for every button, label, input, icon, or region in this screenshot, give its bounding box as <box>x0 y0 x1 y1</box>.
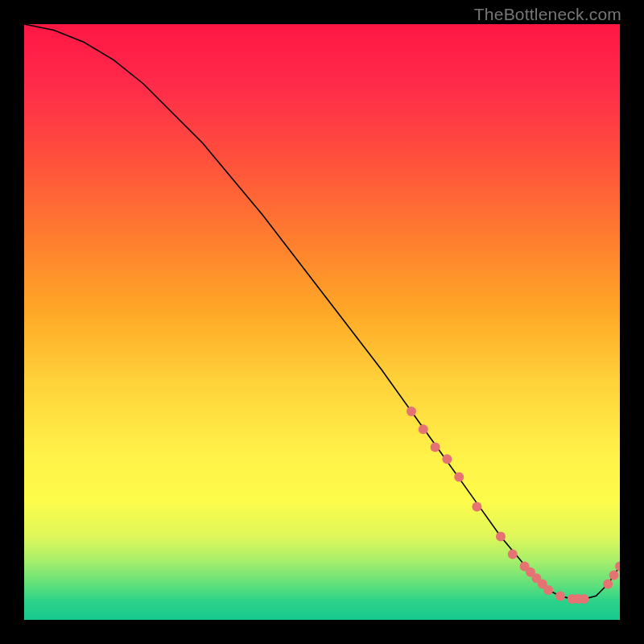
scatter-point <box>580 594 589 604</box>
scatter-series <box>407 407 620 604</box>
scatter-point <box>543 585 553 595</box>
scatter-point <box>442 454 452 464</box>
scatter-point <box>431 442 440 452</box>
scatter-point <box>508 550 518 559</box>
line-series <box>24 24 620 599</box>
scatter-point <box>615 561 620 571</box>
chart-frame: TheBottleneck.com <box>0 0 644 644</box>
scatter-point <box>609 571 619 580</box>
chart-svg <box>24 24 620 620</box>
scatter-point <box>407 407 416 416</box>
scatter-point <box>472 502 481 511</box>
plot-area <box>24 24 620 620</box>
scatter-point <box>454 472 464 481</box>
watermark-text: TheBottleneck.com <box>474 5 621 24</box>
scatter-point <box>496 531 506 541</box>
scatter-point <box>555 591 565 601</box>
scatter-point <box>419 424 428 434</box>
scatter-point <box>603 580 613 589</box>
